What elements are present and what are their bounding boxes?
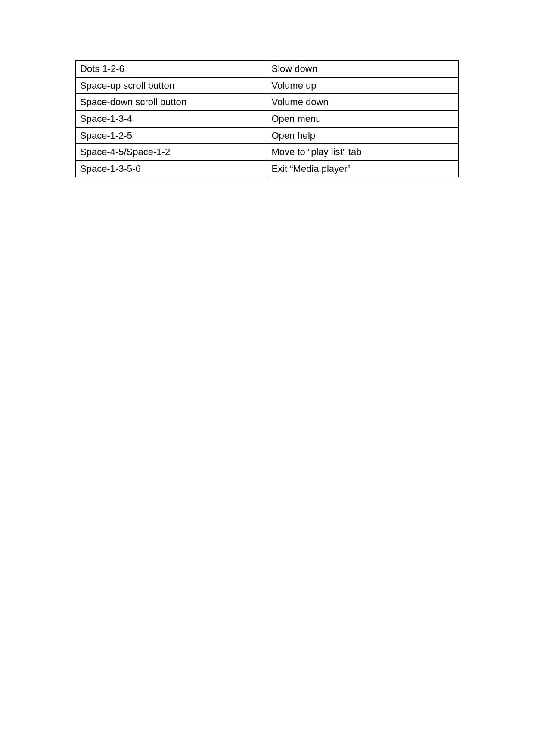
shortcut-action: Slow down — [267, 61, 459, 78]
table-row: Dots 1-2-6 Slow down — [76, 61, 459, 78]
shortcut-action: Open menu — [267, 111, 459, 128]
shortcut-action: Volume up — [267, 77, 459, 94]
shortcut-key: Space-up scroll button — [76, 77, 267, 94]
shortcut-key: Space-1-3-5-6 — [76, 161, 267, 177]
shortcut-action: Volume down — [267, 94, 459, 111]
table-row: Space-1-2-5 Open help — [76, 127, 459, 144]
shortcut-key: Space-4-5/Space-1-2 — [76, 144, 267, 161]
table-row: Space-1-3-5-6 Exit “Media player” — [76, 161, 459, 177]
shortcut-action: Move to “play list” tab — [267, 144, 459, 161]
table-row: Space-up scroll button Volume up — [76, 77, 459, 94]
shortcut-key: Space-1-3-4 — [76, 111, 267, 128]
shortcut-key: Dots 1-2-6 — [76, 61, 267, 78]
shortcut-key: Space-down scroll button — [76, 94, 267, 111]
shortcut-key: Space-1-2-5 — [76, 127, 267, 144]
shortcut-action: Open help — [267, 127, 459, 144]
table-row: Space-4-5/Space-1-2 Move to “play list” … — [76, 144, 459, 161]
shortcut-action: Exit “Media player” — [267, 161, 459, 177]
table-row: Space-1-3-4 Open menu — [76, 111, 459, 128]
table-row: Space-down scroll button Volume down — [76, 94, 459, 111]
shortcuts-table: Dots 1-2-6 Slow down Space-up scroll but… — [75, 60, 459, 177]
